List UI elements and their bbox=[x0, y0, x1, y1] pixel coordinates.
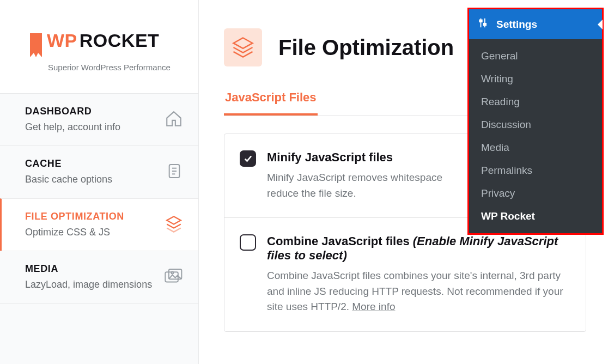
settings-nav: DASHBOARD Get help, account info CACHE B… bbox=[0, 93, 198, 304]
sliders-icon bbox=[478, 17, 490, 32]
sidebar-item-title: MEDIA bbox=[25, 263, 152, 275]
wp-menu-item-media[interactable]: Media bbox=[469, 136, 602, 159]
option-desc: Combine JavaScript files combines your s… bbox=[267, 268, 570, 315]
sidebar-item-cache[interactable]: CACHE Basic cache options bbox=[0, 145, 198, 198]
home-icon bbox=[165, 110, 183, 130]
wp-menu-head-label: Settings bbox=[496, 19, 537, 31]
option-combine-js[interactable]: Combine JavaScript files (Enable Minify … bbox=[224, 218, 586, 331]
layers-icon bbox=[165, 214, 183, 235]
sidebar-item-title: CACHE bbox=[25, 158, 112, 169]
more-info-link[interactable]: More info bbox=[352, 301, 395, 312]
option-title: Combine JavaScript files (Enable Minify … bbox=[267, 234, 570, 263]
logo-subtitle: Superior WordPress Performance bbox=[28, 63, 177, 72]
sidebar-item-title: DASHBOARD bbox=[25, 106, 120, 117]
document-icon bbox=[166, 162, 183, 182]
wp-menu-item-reading[interactable]: Reading bbox=[469, 90, 602, 113]
svg-point-7 bbox=[171, 271, 173, 274]
wp-menu-item-discussion[interactable]: Discussion bbox=[469, 113, 602, 136]
page-title: File Optimization bbox=[278, 35, 454, 60]
sidebar-item-file-optimization[interactable]: FILE OPTIMIZATION Optimize CSS & JS bbox=[0, 198, 198, 251]
sidebar-item-dashboard[interactable]: DASHBOARD Get help, account info bbox=[0, 93, 198, 146]
svg-marker-4 bbox=[167, 216, 181, 224]
wp-admin-settings-submenu: Settings General Writing Reading Discuss… bbox=[467, 8, 604, 235]
wp-menu-item-privacy[interactable]: Privacy bbox=[469, 182, 602, 205]
images-icon bbox=[165, 268, 183, 287]
wp-rocket-sidebar: WPROCKET Superior WordPress Performance … bbox=[0, 0, 199, 364]
wp-menu-settings-header[interactable]: Settings bbox=[469, 9, 602, 39]
sidebar-item-subtitle: Basic cache options bbox=[25, 173, 112, 186]
logo-ribbon-icon bbox=[28, 33, 44, 64]
wp-menu-item-writing[interactable]: Writing bbox=[469, 68, 602, 90]
sidebar-item-media[interactable]: MEDIA LazyLoad, image dimensions bbox=[0, 251, 198, 304]
sidebar-item-subtitle: Optimize CSS & JS bbox=[25, 226, 124, 239]
page-icon-layers bbox=[224, 28, 262, 66]
logo-block: WPROCKET Superior WordPress Performance bbox=[0, 0, 198, 94]
option-title: Minify JavaScript files bbox=[267, 150, 442, 165]
tab-javascript-files[interactable]: JavaScript Files bbox=[224, 90, 318, 116]
sidebar-item-title: FILE OPTIMIZATION bbox=[25, 211, 124, 222]
wp-menu-item-general[interactable]: General bbox=[469, 45, 602, 68]
option-desc: Minify JavaScript removes whitespace red… bbox=[267, 170, 442, 201]
wp-menu-item-wp-rocket[interactable]: WP Rocket bbox=[469, 205, 602, 228]
wp-menu-item-permalinks[interactable]: Permalinks bbox=[469, 159, 602, 182]
svg-rect-12 bbox=[484, 23, 487, 26]
sidebar-item-subtitle: Get help, account info bbox=[25, 120, 120, 134]
svg-rect-10 bbox=[479, 20, 482, 22]
logo-wp-text: WP bbox=[47, 30, 77, 51]
sidebar-item-subtitle: LazyLoad, image dimensions bbox=[25, 278, 152, 291]
checkbox-minify-js[interactable] bbox=[240, 150, 256, 167]
logo-rocket-text: ROCKET bbox=[80, 30, 160, 51]
checkbox-combine-js[interactable] bbox=[240, 234, 256, 251]
svg-marker-8 bbox=[234, 38, 253, 48]
